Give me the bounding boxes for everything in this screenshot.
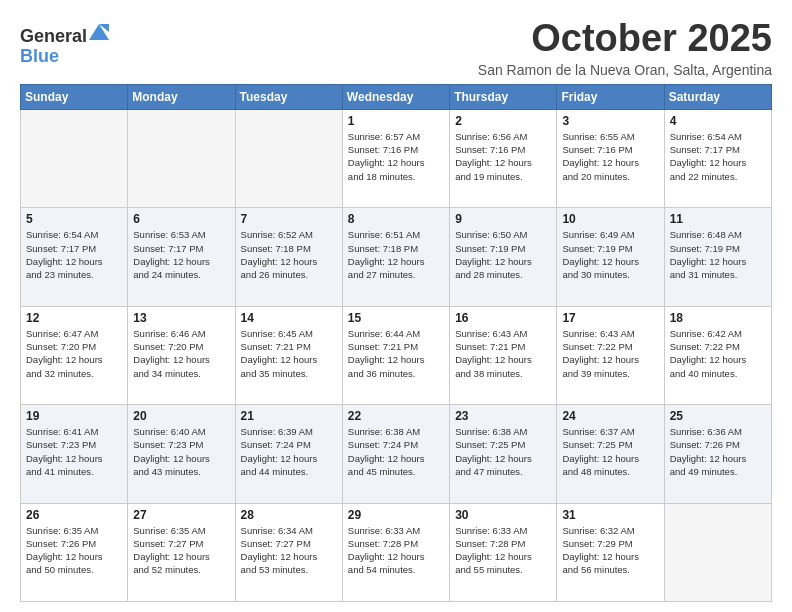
day-number: 8 (348, 212, 444, 226)
day-info: Sunrise: 6:38 AM Sunset: 7:24 PM Dayligh… (348, 425, 444, 478)
day-info: Sunrise: 6:39 AM Sunset: 7:24 PM Dayligh… (241, 425, 337, 478)
day-number: 31 (562, 508, 658, 522)
day-number: 28 (241, 508, 337, 522)
table-row: 8Sunrise: 6:51 AM Sunset: 7:18 PM Daylig… (342, 208, 449, 306)
calendar-week-row: 26Sunrise: 6:35 AM Sunset: 7:26 PM Dayli… (21, 503, 772, 601)
table-row: 30Sunrise: 6:33 AM Sunset: 7:28 PM Dayli… (450, 503, 557, 601)
table-row (235, 109, 342, 207)
day-number: 19 (26, 409, 122, 423)
day-number: 30 (455, 508, 551, 522)
table-row: 9Sunrise: 6:50 AM Sunset: 7:19 PM Daylig… (450, 208, 557, 306)
day-number: 6 (133, 212, 229, 226)
logo: General Blue (20, 22, 109, 67)
table-row: 15Sunrise: 6:44 AM Sunset: 7:21 PM Dayli… (342, 306, 449, 404)
header: General Blue October 2025 San Ramon de l… (20, 18, 772, 78)
day-info: Sunrise: 6:53 AM Sunset: 7:17 PM Dayligh… (133, 228, 229, 281)
day-number: 1 (348, 114, 444, 128)
day-number: 15 (348, 311, 444, 325)
table-row: 21Sunrise: 6:39 AM Sunset: 7:24 PM Dayli… (235, 405, 342, 503)
day-number: 18 (670, 311, 766, 325)
table-row (128, 109, 235, 207)
table-row: 1Sunrise: 6:57 AM Sunset: 7:16 PM Daylig… (342, 109, 449, 207)
table-row: 3Sunrise: 6:55 AM Sunset: 7:16 PM Daylig… (557, 109, 664, 207)
table-row: 17Sunrise: 6:43 AM Sunset: 7:22 PM Dayli… (557, 306, 664, 404)
calendar-week-row: 5Sunrise: 6:54 AM Sunset: 7:17 PM Daylig… (21, 208, 772, 306)
table-row: 7Sunrise: 6:52 AM Sunset: 7:18 PM Daylig… (235, 208, 342, 306)
day-number: 12 (26, 311, 122, 325)
day-number: 10 (562, 212, 658, 226)
calendar-week-row: 12Sunrise: 6:47 AM Sunset: 7:20 PM Dayli… (21, 306, 772, 404)
day-info: Sunrise: 6:46 AM Sunset: 7:20 PM Dayligh… (133, 327, 229, 380)
day-info: Sunrise: 6:50 AM Sunset: 7:19 PM Dayligh… (455, 228, 551, 281)
day-info: Sunrise: 6:54 AM Sunset: 7:17 PM Dayligh… (670, 130, 766, 183)
day-number: 14 (241, 311, 337, 325)
day-info: Sunrise: 6:55 AM Sunset: 7:16 PM Dayligh… (562, 130, 658, 183)
day-number: 16 (455, 311, 551, 325)
day-number: 25 (670, 409, 766, 423)
day-number: 13 (133, 311, 229, 325)
day-info: Sunrise: 6:41 AM Sunset: 7:23 PM Dayligh… (26, 425, 122, 478)
day-info: Sunrise: 6:42 AM Sunset: 7:22 PM Dayligh… (670, 327, 766, 380)
table-row: 14Sunrise: 6:45 AM Sunset: 7:21 PM Dayli… (235, 306, 342, 404)
day-info: Sunrise: 6:38 AM Sunset: 7:25 PM Dayligh… (455, 425, 551, 478)
table-row: 29Sunrise: 6:33 AM Sunset: 7:28 PM Dayli… (342, 503, 449, 601)
day-info: Sunrise: 6:37 AM Sunset: 7:25 PM Dayligh… (562, 425, 658, 478)
table-row: 2Sunrise: 6:56 AM Sunset: 7:16 PM Daylig… (450, 109, 557, 207)
table-row: 28Sunrise: 6:34 AM Sunset: 7:27 PM Dayli… (235, 503, 342, 601)
logo-general-text: General (20, 26, 87, 46)
table-row: 16Sunrise: 6:43 AM Sunset: 7:21 PM Dayli… (450, 306, 557, 404)
title-block: October 2025 San Ramon de la Nueva Oran,… (478, 18, 772, 78)
logo-blue-text: Blue (20, 46, 59, 66)
day-number: 20 (133, 409, 229, 423)
location: San Ramon de la Nueva Oran, Salta, Argen… (478, 62, 772, 78)
table-row: 5Sunrise: 6:54 AM Sunset: 7:17 PM Daylig… (21, 208, 128, 306)
day-info: Sunrise: 6:32 AM Sunset: 7:29 PM Dayligh… (562, 524, 658, 577)
table-row (21, 109, 128, 207)
table-row: 11Sunrise: 6:48 AM Sunset: 7:19 PM Dayli… (664, 208, 771, 306)
day-info: Sunrise: 6:43 AM Sunset: 7:21 PM Dayligh… (455, 327, 551, 380)
day-info: Sunrise: 6:40 AM Sunset: 7:23 PM Dayligh… (133, 425, 229, 478)
calendar-week-row: 19Sunrise: 6:41 AM Sunset: 7:23 PM Dayli… (21, 405, 772, 503)
table-row: 6Sunrise: 6:53 AM Sunset: 7:17 PM Daylig… (128, 208, 235, 306)
col-thursday: Thursday (450, 84, 557, 109)
table-row: 26Sunrise: 6:35 AM Sunset: 7:26 PM Dayli… (21, 503, 128, 601)
day-info: Sunrise: 6:35 AM Sunset: 7:27 PM Dayligh… (133, 524, 229, 577)
day-number: 23 (455, 409, 551, 423)
day-info: Sunrise: 6:43 AM Sunset: 7:22 PM Dayligh… (562, 327, 658, 380)
table-row: 13Sunrise: 6:46 AM Sunset: 7:20 PM Dayli… (128, 306, 235, 404)
day-number: 24 (562, 409, 658, 423)
day-info: Sunrise: 6:57 AM Sunset: 7:16 PM Dayligh… (348, 130, 444, 183)
table-row: 31Sunrise: 6:32 AM Sunset: 7:29 PM Dayli… (557, 503, 664, 601)
table-row: 24Sunrise: 6:37 AM Sunset: 7:25 PM Dayli… (557, 405, 664, 503)
month-title: October 2025 (478, 18, 772, 60)
day-number: 29 (348, 508, 444, 522)
logo-icon (89, 26, 109, 46)
table-row: 23Sunrise: 6:38 AM Sunset: 7:25 PM Dayli… (450, 405, 557, 503)
day-info: Sunrise: 6:36 AM Sunset: 7:26 PM Dayligh… (670, 425, 766, 478)
day-number: 5 (26, 212, 122, 226)
day-info: Sunrise: 6:33 AM Sunset: 7:28 PM Dayligh… (455, 524, 551, 577)
calendar: Sunday Monday Tuesday Wednesday Thursday… (20, 84, 772, 602)
calendar-header-row: Sunday Monday Tuesday Wednesday Thursday… (21, 84, 772, 109)
day-info: Sunrise: 6:52 AM Sunset: 7:18 PM Dayligh… (241, 228, 337, 281)
table-row: 4Sunrise: 6:54 AM Sunset: 7:17 PM Daylig… (664, 109, 771, 207)
day-number: 4 (670, 114, 766, 128)
day-number: 9 (455, 212, 551, 226)
day-info: Sunrise: 6:48 AM Sunset: 7:19 PM Dayligh… (670, 228, 766, 281)
day-number: 2 (455, 114, 551, 128)
day-number: 22 (348, 409, 444, 423)
day-number: 3 (562, 114, 658, 128)
day-info: Sunrise: 6:49 AM Sunset: 7:19 PM Dayligh… (562, 228, 658, 281)
table-row: 25Sunrise: 6:36 AM Sunset: 7:26 PM Dayli… (664, 405, 771, 503)
calendar-week-row: 1Sunrise: 6:57 AM Sunset: 7:16 PM Daylig… (21, 109, 772, 207)
table-row: 27Sunrise: 6:35 AM Sunset: 7:27 PM Dayli… (128, 503, 235, 601)
day-info: Sunrise: 6:56 AM Sunset: 7:16 PM Dayligh… (455, 130, 551, 183)
day-number: 27 (133, 508, 229, 522)
day-number: 26 (26, 508, 122, 522)
day-info: Sunrise: 6:33 AM Sunset: 7:28 PM Dayligh… (348, 524, 444, 577)
page: General Blue October 2025 San Ramon de l… (0, 0, 792, 612)
table-row (664, 503, 771, 601)
day-info: Sunrise: 6:51 AM Sunset: 7:18 PM Dayligh… (348, 228, 444, 281)
col-tuesday: Tuesday (235, 84, 342, 109)
col-monday: Monday (128, 84, 235, 109)
